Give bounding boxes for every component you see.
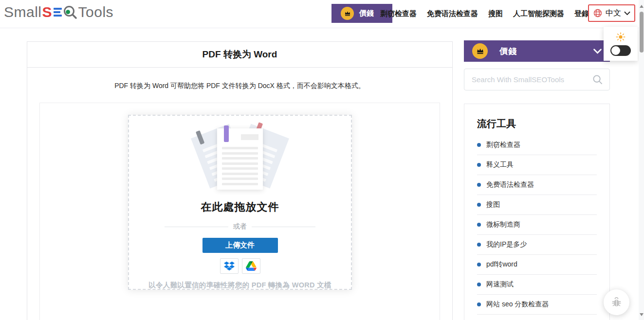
- dropbox-icon: [224, 261, 235, 271]
- popular-tools-title: 流行工具: [477, 117, 597, 130]
- file-drop-zone[interactable]: 在此處拖放文件 或者 上傳文件: [128, 115, 352, 290]
- upload-file-button[interactable]: 上傳文件: [202, 238, 278, 253]
- tool-link-speed-test[interactable]: 网速测试: [477, 275, 597, 295]
- top-header: SmallSTools 價錢 剽窃检查器 免费语法检查器 搜图 人工智能探测器 …: [0, 0, 644, 28]
- paper-center: [217, 128, 263, 190]
- tool-link-label: 网速测试: [486, 280, 514, 289]
- toggle-knob: [611, 46, 620, 55]
- bug-icon: [611, 297, 622, 308]
- crown-icon: [472, 43, 488, 59]
- tool-link-emoji[interactable]: 表情符号: [477, 315, 597, 320]
- accuracy-note: 以令人難以置信的準確性將您的 PDF 轉換為 WORD 文檔: [129, 281, 351, 290]
- bullet-icon: [477, 163, 481, 167]
- chevron-down-icon: [624, 11, 630, 16]
- google-drive-icon: [246, 261, 257, 271]
- theme-dropdown-panel: [604, 27, 638, 61]
- bullet-icon: [477, 203, 481, 207]
- logo-text-tools: Tools: [78, 4, 114, 20]
- tool-link-what-is-my-ip[interactable]: 我的IP是多少: [477, 235, 597, 255]
- scrollbar-down-arrow[interactable]: [640, 313, 644, 316]
- page: SmallSTools 價錢 剽窃检查器 免费语法检查器 搜图 人工智能探测器 …: [0, 0, 644, 320]
- nav-item-login[interactable]: 登錄: [574, 9, 589, 18]
- tool-link-plagiarism-checker[interactable]: 剽窃检查器: [477, 135, 597, 155]
- bullet-icon: [477, 302, 481, 306]
- cloud-import-row: [129, 258, 351, 274]
- documents-illustration: [196, 124, 284, 196]
- tool-link-label: 释义工具: [486, 160, 514, 169]
- page-title: PDF 转换为 Word: [27, 42, 452, 68]
- language-label: 中文: [606, 8, 621, 18]
- dark-mode-toggle[interactable]: [610, 45, 631, 56]
- bullet-icon: [477, 183, 481, 187]
- sidebar-pricing-label: 價錢: [499, 46, 517, 57]
- tool-description: PDF 转换为 Word 可帮助您将 PDF 文件转换为 DocX 格式，而不会…: [27, 68, 452, 90]
- paper-clip-gray: [196, 130, 204, 144]
- paper-clip-purple: [224, 125, 229, 142]
- tool-link-label: 搜图: [486, 200, 500, 209]
- tool-link-reverse-image-search[interactable]: 搜图: [477, 195, 597, 215]
- google-drive-import-button[interactable]: [242, 258, 260, 274]
- main-nav: 剽窃检查器 免费语法检查器 搜图 人工智能探测器 登錄: [380, 0, 589, 28]
- drop-files-heading: 在此處拖放文件: [129, 200, 351, 214]
- tool-link-logo-maker[interactable]: 微标制造商: [477, 215, 597, 235]
- logo-text-s: S: [42, 4, 52, 20]
- logo-text-small: Small: [4, 4, 42, 20]
- uploader-container: 在此處拖放文件 或者 上傳文件: [39, 103, 440, 320]
- site-logo[interactable]: SmallSTools: [4, 4, 113, 20]
- tool-link-label: pdf转word: [486, 260, 517, 269]
- nav-item-ai-detector[interactable]: 人工智能探测器: [513, 9, 564, 18]
- tool-link-label: 我的IP是多少: [486, 240, 527, 249]
- nav-item-grammar-checker[interactable]: 免费语法检查器: [427, 9, 478, 18]
- bullet-icon: [477, 143, 481, 147]
- page-scrollbar: [639, 0, 644, 320]
- scrollbar-up-arrow[interactable]: [640, 5, 644, 8]
- bullet-icon: [477, 283, 481, 286]
- nav-item-plagiarism-checker[interactable]: 剽窃检查器: [380, 9, 417, 18]
- dropbox-import-button[interactable]: [220, 258, 239, 274]
- tool-link-label: 免费语法检查器: [486, 180, 534, 189]
- language-selector[interactable]: 中文: [588, 4, 635, 22]
- bullet-icon: [477, 263, 481, 267]
- scrollbar-thumb[interactable]: [640, 12, 644, 53]
- chevron-down-icon: [593, 49, 602, 54]
- tool-link-grammar-checker[interactable]: 免费语法检查器: [477, 175, 597, 195]
- tool-link-pdf-to-word[interactable]: pdf转word: [477, 255, 597, 275]
- tool-link-paraphrasing-tool[interactable]: 释义工具: [477, 155, 597, 175]
- logo-o-magnifier-icon: [63, 4, 77, 20]
- tool-link-label: 微标制造商: [486, 220, 520, 229]
- tool-link-label: 网站 seo 分数检查器: [486, 300, 549, 309]
- globe-icon: [593, 8, 603, 18]
- bullet-icon: [477, 243, 481, 247]
- search-input[interactable]: [471, 75, 592, 84]
- sun-icon: [616, 32, 626, 42]
- tool-card: PDF 转换为 Word PDF 转换为 Word 可帮助您将 PDF 文件转换…: [27, 41, 453, 320]
- tool-link-seo-score-checker[interactable]: 网站 seo 分数检查器: [477, 295, 597, 315]
- pricing-button-label: 價錢: [359, 9, 374, 18]
- report-bug-button[interactable]: [604, 289, 629, 315]
- tool-link-label: 剽窃检查器: [486, 141, 520, 149]
- sidebar-search: [464, 69, 610, 90]
- nav-item-reverse-image-search[interactable]: 搜图: [488, 9, 503, 18]
- bullet-icon: [477, 223, 481, 227]
- popular-tools-card: 流行工具 剽窃检查器 释义工具 免费语法检查器 搜图 微标制造商 我的IP是多少…: [464, 104, 610, 320]
- sidebar-pricing-banner[interactable]: 價錢: [464, 40, 610, 62]
- crown-icon: [341, 7, 354, 20]
- or-label: 或者: [228, 222, 252, 231]
- or-divider: 或者: [165, 222, 315, 231]
- search-icon[interactable]: [592, 74, 603, 85]
- logo-e-icon: [54, 6, 62, 18]
